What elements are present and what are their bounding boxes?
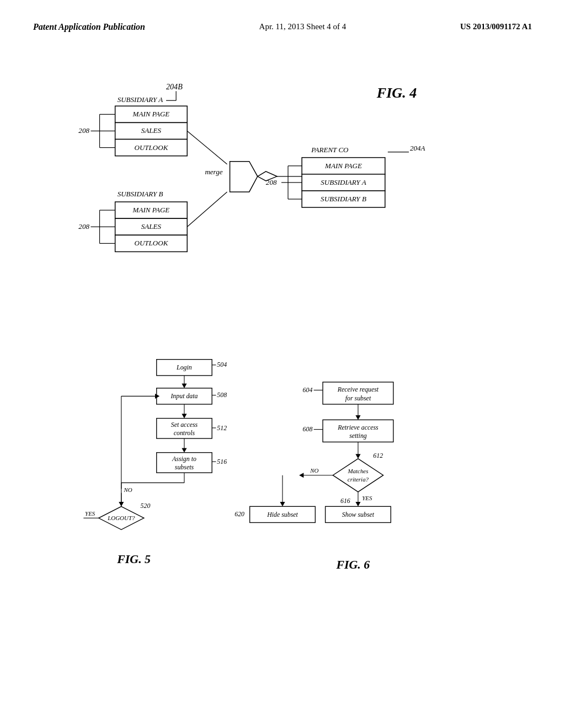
receive-request-label1: Receive request — [337, 386, 379, 393]
ref-612: 612 — [373, 452, 383, 459]
set-access-label2: controls — [174, 429, 195, 437]
yes-label-fig6: YES — [362, 495, 372, 501]
ref-620: 620 — [234, 510, 244, 518]
header-center: Apr. 11, 2013 Sheet 4 of 4 — [259, 22, 347, 31]
svg-marker-49 — [355, 502, 360, 506]
yes-label-fig5: YES — [85, 510, 95, 517]
ref-520: 520 — [141, 502, 151, 510]
hide-subset-label: Hide subset — [266, 511, 298, 518]
subsidiary-a-title: SUBSIDIARY A — [118, 95, 164, 104]
svg-line-12 — [187, 131, 227, 164]
merge-label: merge — [205, 168, 222, 176]
fig4-svg: FIG. 4 204B SUBSIDIARY A MAIN PAGE SALES… — [33, 65, 532, 330]
ref-208-a: 208 — [78, 126, 89, 135]
ref-508: 508 — [217, 391, 227, 399]
assign-subsets-label2: subsets — [175, 463, 194, 471]
fig5-fig6-diagram: Login 504 Input data 508 Set access cont… — [33, 352, 532, 584]
matches-diamond — [333, 459, 383, 492]
parent-co-title: PARENT CO — [311, 146, 349, 154]
sub-b-sales-label: SALES — [141, 222, 162, 231]
retrieve-access-label2: setting — [349, 432, 367, 440]
ref-208-b: 208 — [78, 222, 89, 231]
no-label-fig5: NO — [123, 486, 132, 493]
svg-line-13 — [187, 192, 227, 227]
ref-608: 608 — [303, 425, 313, 433]
matches-label1: Matches — [347, 468, 368, 474]
set-access-label1: Set access — [171, 421, 198, 429]
svg-marker-45 — [355, 454, 360, 458]
ref-504: 504 — [217, 361, 227, 368]
ref-204a: 204A — [410, 144, 426, 152]
sub-a-sales-label: SALES — [141, 126, 162, 135]
receive-request-label2: for subset — [345, 394, 371, 402]
fig4-label: FIG. 4 — [376, 85, 417, 101]
header-left: Patent Application Publication — [33, 22, 145, 32]
ref-204b: 204B — [166, 82, 183, 91]
fig4-diagram: FIG. 4 204B SUBSIDIARY A MAIN PAGE SALES… — [33, 65, 532, 330]
show-subset-label: Show subset — [342, 511, 375, 518]
ref-208-c: 208 — [266, 178, 277, 186]
ref-616: 616 — [340, 497, 350, 505]
no-label-fig6: NO — [310, 467, 318, 474]
fig6-label: FIG. 6 — [335, 558, 370, 571]
assign-subsets-label1: Assign to — [172, 455, 196, 463]
fig5-fig6-svg: Login 504 Input data 508 Set access cont… — [33, 352, 532, 584]
login-label: Login — [176, 363, 192, 371]
sub-b-main-label: MAIN PAGE — [132, 206, 170, 214]
parent-main-label: MAIN PAGE — [324, 162, 362, 170]
merge-shape — [230, 162, 258, 192]
svg-marker-51 — [280, 502, 285, 506]
header-right: US 2013/0091172 A1 — [460, 22, 532, 31]
ref-512: 512 — [217, 424, 227, 432]
retrieve-access-label1: Retrieve access — [337, 424, 379, 431]
svg-marker-47 — [299, 473, 303, 478]
parent-suba-label: SUBSIDIARY A — [321, 178, 367, 186]
svg-marker-23 — [182, 384, 186, 388]
ref-604: 604 — [303, 386, 313, 394]
page: Patent Application Publication Apr. 11, … — [0, 0, 565, 728]
ref-516: 516 — [217, 458, 227, 465]
page-header: Patent Application Publication Apr. 11, … — [33, 22, 532, 32]
matches-label2: criteria? — [348, 476, 369, 483]
sub-a-main-label: MAIN PAGE — [132, 110, 170, 118]
subsidiary-b-title: SUBSIDIARY B — [118, 190, 163, 198]
svg-marker-29 — [182, 448, 186, 452]
sub-b-outlook-label: OUTLOOK — [134, 239, 168, 247]
svg-marker-42 — [355, 415, 360, 420]
sub-a-outlook-label: OUTLOOK — [134, 143, 168, 152]
fig5-label: FIG. 5 — [116, 552, 151, 566]
input-data-label: Input data — [170, 392, 198, 400]
logout-label: LOGOUT? — [107, 515, 135, 521]
svg-marker-26 — [182, 414, 186, 418]
parent-subb-label: SUBSIDIARY B — [321, 195, 366, 203]
